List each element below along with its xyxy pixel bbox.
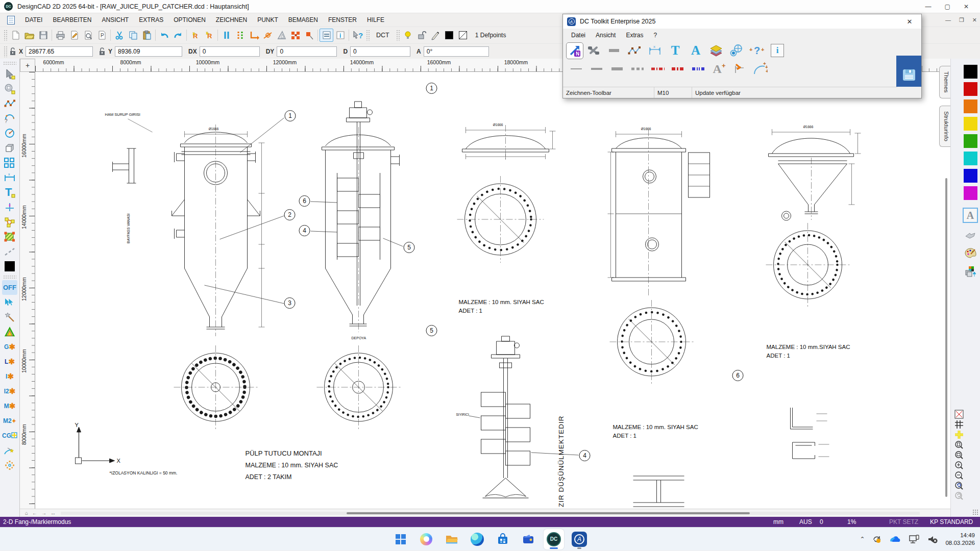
palette-yellow[interactable] xyxy=(964,117,977,131)
palette-magenta[interactable] xyxy=(964,186,977,200)
box-3d-icon[interactable] xyxy=(2,140,17,155)
menu-ansicht[interactable]: ANSICHT xyxy=(96,14,134,26)
ortho-snap-icon[interactable] xyxy=(233,29,247,42)
pan-extent-icon[interactable]: ↔ xyxy=(51,510,56,516)
toolkit-menu-ansicht[interactable]: Ansicht xyxy=(591,30,621,40)
palette-cyan[interactable] xyxy=(964,152,977,165)
palette-black[interactable] xyxy=(964,65,977,79)
mdi-close-button[interactable]: ✕ xyxy=(972,17,977,23)
tab-strukturinfo[interactable]: Strukturinfo xyxy=(939,106,950,147)
mdi-minimize-button[interactable]: — xyxy=(945,17,951,23)
point-snap-icon[interactable] xyxy=(261,29,275,42)
page-layout-icon[interactable]: P xyxy=(95,29,109,42)
cut-icon[interactable] xyxy=(112,29,126,42)
units-indicator[interactable]: mm xyxy=(773,518,783,525)
dx-input[interactable] xyxy=(200,46,260,57)
polygon-nodes-icon[interactable] xyxy=(2,214,17,229)
print-icon[interactable] xyxy=(54,29,67,42)
layers-icon[interactable] xyxy=(706,42,726,59)
hscroll-thumb[interactable] xyxy=(347,512,750,514)
circle-crosshair-icon[interactable] xyxy=(726,42,747,59)
vertical-scrollbar[interactable] xyxy=(945,178,947,497)
arc-question-icon[interactable]: ? xyxy=(2,111,17,126)
minimize-button[interactable]: — xyxy=(925,3,932,10)
hand-pointer-icon[interactable] xyxy=(963,227,978,242)
line-gray-icon[interactable] xyxy=(604,42,624,59)
maximize-button[interactable]: ▢ xyxy=(945,3,950,10)
mdi-restore-button[interactable]: ❐ xyxy=(959,17,964,23)
copy-icon[interactable] xyxy=(126,29,140,42)
zoom-indicator[interactable]: 1% xyxy=(847,518,856,525)
y-lock-icon[interactable] xyxy=(98,47,106,56)
toolkit-menu-help[interactable]: ? xyxy=(648,30,662,40)
undo-icon[interactable] xyxy=(157,29,171,42)
palette-green[interactable] xyxy=(964,134,977,148)
vertical-ruler[interactable]: 16000mm 14000mm 12000mm 10000mm 8000mm xyxy=(20,72,35,517)
a-input[interactable] xyxy=(424,46,489,57)
menu-zeichnen[interactable]: ZEICHNEN xyxy=(211,14,252,26)
close-button[interactable]: ✕ xyxy=(964,3,969,10)
line-thin-icon[interactable] xyxy=(566,61,586,78)
toolkit-save-panel[interactable] xyxy=(896,56,921,87)
ruler-origin-button[interactable]: + xyxy=(20,59,35,72)
sync-update-icon[interactable] xyxy=(872,534,882,544)
text-icon[interactable]: T xyxy=(2,185,17,199)
leader-pen-icon[interactable] xyxy=(729,61,750,78)
store-icon[interactable] xyxy=(493,529,513,549)
palette-orange[interactable] xyxy=(964,99,977,113)
dy-input[interactable] xyxy=(277,46,337,57)
pan-left-icon[interactable]: ← xyxy=(32,510,37,516)
dc-toolkit-taskbar-icon[interactable]: A xyxy=(569,529,590,549)
designcad-taskbar-icon[interactable]: DC xyxy=(544,529,564,549)
menu-extras[interactable]: EXTRAS xyxy=(134,14,168,26)
polyline-icon[interactable] xyxy=(624,42,645,59)
redo-icon[interactable] xyxy=(171,29,185,42)
edge-icon[interactable] xyxy=(467,529,487,549)
toolkit-menu-extras[interactable]: Extras xyxy=(621,30,648,40)
menu-fenster[interactable]: FENSTER xyxy=(323,14,362,26)
d-input[interactable] xyxy=(350,46,410,57)
menu-bemassen[interactable]: BEMAßEN xyxy=(283,14,323,26)
copilot-icon[interactable] xyxy=(416,529,436,549)
select-arrow-icon[interactable] xyxy=(2,66,17,81)
drawing-canvas[interactable]: 1 1 2 3 6 4 5 5 4 6 HAM SURUP GIRISI xyxy=(35,72,950,517)
layer-fill-swatch[interactable] xyxy=(456,29,470,42)
y-input[interactable] xyxy=(115,46,182,57)
layer-color-swatch[interactable] xyxy=(443,29,456,42)
array-squares-icon[interactable] xyxy=(2,155,17,170)
line-red-dashdot-icon[interactable] xyxy=(648,61,668,78)
toolkit-title-bar[interactable]: A DC Toolkit Enterprise 2025 ✕ xyxy=(563,14,921,29)
dct-button[interactable]: DCT xyxy=(371,32,395,39)
palette-icon[interactable] xyxy=(963,245,978,261)
page-setup-icon[interactable] xyxy=(67,29,81,42)
i2-snap-icon[interactable]: I2✱ xyxy=(2,384,17,398)
magic-wand-icon[interactable] xyxy=(2,310,17,324)
arc-points-icon[interactable]: +++ xyxy=(750,61,770,78)
macro-open-icon[interactable]: R xyxy=(202,29,216,42)
help-points-icon[interactable]: +?+ xyxy=(747,42,767,59)
canvas[interactable]: 1 1 2 3 6 4 5 5 4 6 HAM SURUP GIRISI xyxy=(35,72,950,517)
tangent-snap-icon[interactable] xyxy=(2,443,17,458)
start-button[interactable] xyxy=(390,529,411,549)
layer-lock-icon[interactable] xyxy=(415,29,429,42)
info-icon[interactable]: i xyxy=(333,29,347,42)
line-red-dashdot2-icon[interactable] xyxy=(668,61,689,78)
pan-right-icon[interactable]: → xyxy=(41,510,46,516)
resize-grip[interactable] xyxy=(972,509,978,515)
toolkit-status-update[interactable]: Update verfügbar xyxy=(692,90,741,96)
menu-bearbeiten[interactable]: BEARBEITEN xyxy=(47,14,96,26)
selection-grid-icon[interactable] xyxy=(288,29,302,42)
network-icon[interactable] xyxy=(909,534,920,544)
set-square-icon[interactable] xyxy=(275,29,288,42)
point-cross-icon[interactable] xyxy=(2,199,17,214)
m-snap-icon[interactable]: M✱ xyxy=(2,398,17,413)
line-dashed-icon[interactable] xyxy=(627,61,648,78)
l-snap-icon[interactable]: L✱ xyxy=(2,354,17,369)
text-t-icon[interactable]: T xyxy=(665,42,685,59)
horizontal-scrollbar[interactable]: ⌂ ← → ↔ xyxy=(20,509,950,517)
pan-home-icon[interactable]: ⌂ xyxy=(25,510,28,516)
menu-punkt[interactable]: PUNKT xyxy=(252,14,283,26)
text-a-icon[interactable]: A xyxy=(685,42,706,59)
paste-icon[interactable] xyxy=(140,29,154,42)
wallet-icon[interactable] xyxy=(518,529,538,549)
